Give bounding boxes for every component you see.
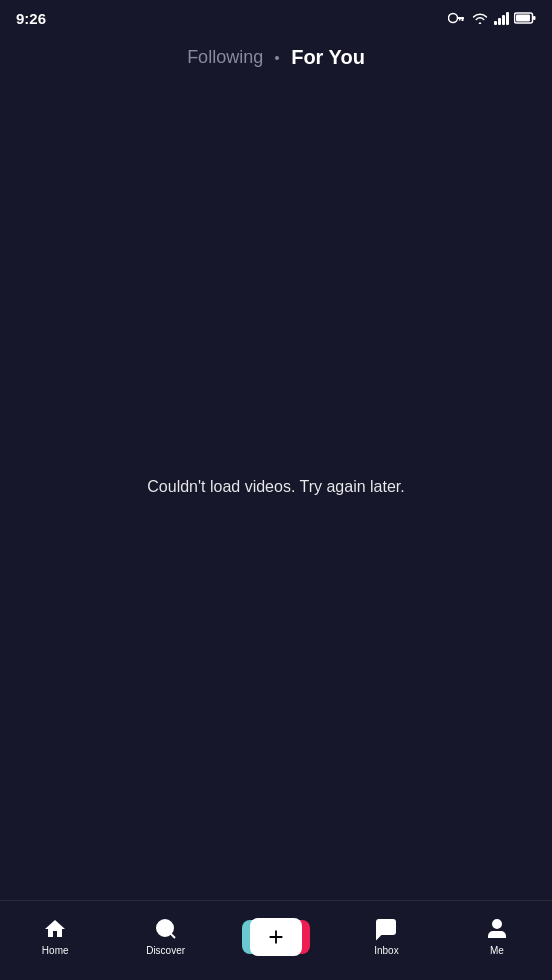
status-time: 9:26 [16, 10, 46, 27]
me-label: Me [490, 945, 504, 956]
header: Following For You [0, 36, 552, 85]
home-icon [43, 917, 67, 941]
svg-rect-2 [462, 19, 464, 21]
svg-rect-3 [459, 19, 461, 21]
following-tab[interactable]: Following [187, 47, 263, 68]
battery-icon [514, 12, 536, 24]
svg-point-0 [449, 14, 458, 23]
svg-rect-5 [516, 15, 530, 22]
svg-rect-1 [457, 17, 464, 19]
discover-label: Discover [146, 945, 185, 956]
error-message: Couldn't load videos. Try again later. [147, 478, 404, 496]
status-icons [448, 11, 536, 25]
main-content: Couldn't load videos. Try again later. [0, 85, 552, 889]
key-icon [448, 12, 466, 24]
signal-icon [494, 11, 509, 25]
status-bar: 9:26 [0, 0, 552, 36]
add-icon [265, 926, 287, 948]
header-divider [275, 56, 279, 60]
nav-inbox[interactable]: Inbox [331, 917, 441, 956]
home-label: Home [42, 945, 69, 956]
svg-rect-6 [533, 16, 536, 20]
svg-point-9 [493, 920, 501, 928]
nav-home[interactable]: Home [0, 917, 110, 956]
bottom-nav: Home Discover Inbox [0, 900, 552, 980]
nav-discover[interactable]: Discover [110, 917, 220, 956]
svg-line-8 [170, 934, 174, 938]
inbox-icon [374, 917, 398, 941]
inbox-label: Inbox [374, 945, 398, 956]
foryou-tab[interactable]: For You [291, 46, 365, 69]
me-icon [485, 917, 509, 941]
wifi-icon [471, 11, 489, 25]
nav-add[interactable] [221, 918, 331, 956]
svg-point-7 [157, 920, 173, 936]
discover-icon [154, 917, 178, 941]
nav-me[interactable]: Me [442, 917, 552, 956]
